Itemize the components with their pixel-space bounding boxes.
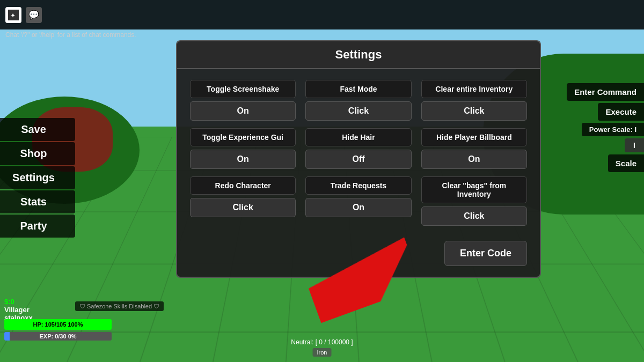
exp-bar: EXP: 0/30 0% xyxy=(4,332,112,341)
chat-icon: 💬 xyxy=(26,7,42,23)
trade-label: Trade Requests xyxy=(305,176,411,195)
settings-title: Settings xyxy=(176,40,541,68)
neutral-text: Neutral: [ 0 / 100000 ] xyxy=(291,338,353,346)
menu-shop[interactable]: Shop xyxy=(0,142,75,165)
setting-cell-clearinventory: Clear entire Inventory Click xyxy=(421,80,527,121)
fastmode-value[interactable]: Click xyxy=(305,101,411,121)
chat-hint: Chat '/?'' or '/help' for a list of chat… xyxy=(5,31,136,39)
expgui-label: Toggle Experience Gui xyxy=(190,128,296,146)
settings-panel: Toggle Screenshake On Fast Mode Click Cl… xyxy=(176,68,541,278)
redochar-value[interactable]: Click xyxy=(190,198,296,217)
hidehair-value[interactable]: Off xyxy=(305,150,411,169)
scale-btn[interactable]: Scale xyxy=(608,154,644,172)
hp-text: HP: 105/105 100% xyxy=(33,321,83,328)
setting-cell-hidehair: Hide Hair Off xyxy=(305,128,411,169)
hp-fill: HP: 105/105 100% xyxy=(4,319,112,330)
left-menu: Save Shop Settings Stats Party xyxy=(0,118,75,238)
roblox-icon: ✦ xyxy=(5,7,21,23)
clearbags-value[interactable]: Click xyxy=(421,206,527,226)
expgui-value[interactable]: On xyxy=(190,150,296,169)
trade-value[interactable]: On xyxy=(305,198,411,217)
clearinventory-value[interactable]: Click xyxy=(421,101,527,121)
neutral-bar: Neutral: [ 0 / 100000 ] xyxy=(291,338,353,346)
role-display: Villager xyxy=(4,306,33,314)
shield-icon-left: 🛡 xyxy=(79,303,85,309)
setting-cell-clearbags: Clear "bags" from Inventory Click xyxy=(421,176,527,226)
setting-cell-billboard: Hide Player Billboard On xyxy=(421,128,527,169)
menu-save[interactable]: Save xyxy=(0,118,75,141)
setting-cell-screenshake: Toggle Screenshake On xyxy=(190,80,296,121)
money-display: $:0 xyxy=(4,298,33,306)
power-scale-value[interactable]: I xyxy=(625,138,644,152)
billboard-label: Hide Player Billboard xyxy=(421,128,527,146)
setting-cell-trade: Trade Requests On xyxy=(305,176,411,226)
hidehair-label: Hide Hair xyxy=(305,128,411,146)
fastmode-label: Fast Mode xyxy=(305,80,411,98)
safezone-badge: 🛡 Safezone Skills Disabled 🛡 xyxy=(75,301,164,311)
power-scale-label: Power Scale: I xyxy=(582,123,644,136)
redochar-label: Redo Character xyxy=(190,176,296,195)
enter-code-btn[interactable]: Enter Code xyxy=(444,241,527,266)
shield-icon-right: 🛡 xyxy=(153,303,159,309)
iron-label: Iron xyxy=(313,348,332,357)
setting-cell-fastmode: Fast Mode Click xyxy=(305,80,411,121)
menu-stats[interactable]: Stats xyxy=(0,190,75,213)
execute-btn[interactable]: Execute xyxy=(598,103,644,121)
top-bar: ✦ 💬 xyxy=(0,0,644,29)
right-panel: Enter Command Execute Power Scale: I I S… xyxy=(567,83,644,172)
clearinventory-label: Clear entire Inventory xyxy=(421,80,527,98)
screenshake-value[interactable]: On xyxy=(190,101,296,121)
safezone-text: Safezone Skills Disabled xyxy=(87,303,152,309)
hp-bar-container: HP: 105/105 100% EXP: 0/30 0% xyxy=(4,319,112,341)
screenshake-label: Toggle Screenshake xyxy=(190,80,296,98)
setting-cell-redochar: Redo Character Click xyxy=(190,176,296,226)
menu-settings[interactable]: Settings xyxy=(0,166,75,189)
settings-grid: Toggle Screenshake On Fast Mode Click Cl… xyxy=(190,80,527,226)
clearbags-label: Clear "bags" from Inventory xyxy=(421,176,527,203)
menu-party[interactable]: Party xyxy=(0,215,75,238)
billboard-value[interactable]: On xyxy=(421,150,527,169)
exp-fill xyxy=(4,332,10,341)
svg-text:✦: ✦ xyxy=(10,12,16,19)
enter-command-btn[interactable]: Enter Command xyxy=(567,83,644,101)
hp-bar: HP: 105/105 100% xyxy=(4,319,112,330)
exp-text: EXP: 0/30 0% xyxy=(39,332,76,341)
settings-overlay: Settings Toggle Screenshake On Fast Mode… xyxy=(176,40,541,278)
setting-cell-expgui: Toggle Experience Gui On xyxy=(190,128,296,169)
